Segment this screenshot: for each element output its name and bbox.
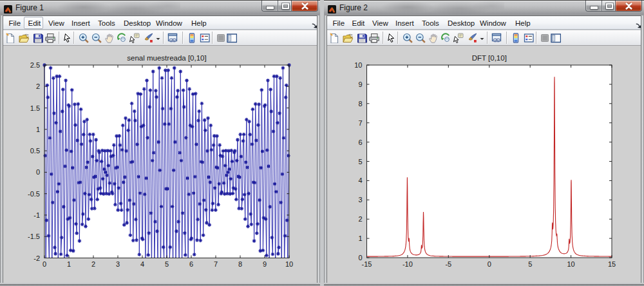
svg-text:1: 1 <box>358 234 362 242</box>
svg-text:9: 9 <box>263 260 267 268</box>
svg-text:5: 5 <box>358 158 362 166</box>
svg-text:5: 5 <box>165 260 169 268</box>
svg-text:2: 2 <box>358 215 362 223</box>
svg-text:5: 5 <box>528 260 532 268</box>
svg-text:-1: -1 <box>33 211 40 219</box>
svg-text:-1.5: -1.5 <box>28 233 40 240</box>
svg-text:7: 7 <box>358 119 362 127</box>
svg-text:6: 6 <box>189 260 193 268</box>
svg-text:-5: -5 <box>445 260 451 268</box>
svg-text:1: 1 <box>67 260 71 268</box>
svg-text:3: 3 <box>116 260 120 268</box>
svg-text:4: 4 <box>358 176 362 184</box>
svg-text:10: 10 <box>567 260 574 268</box>
svg-text:10: 10 <box>354 61 362 69</box>
svg-text:3: 3 <box>358 196 362 204</box>
svg-text:15: 15 <box>608 260 616 268</box>
svg-text:10: 10 <box>285 260 293 268</box>
svg-text:9: 9 <box>358 81 362 88</box>
svg-text:-2: -2 <box>33 254 40 262</box>
svg-text:0: 0 <box>36 168 40 176</box>
svg-text:0: 0 <box>43 260 46 268</box>
svg-text:2: 2 <box>36 82 40 90</box>
svg-text:0.5: 0.5 <box>30 147 40 155</box>
svg-text:2: 2 <box>91 260 95 268</box>
svg-text:6: 6 <box>358 138 362 146</box>
svg-text:7: 7 <box>214 260 218 268</box>
svg-text:-10: -10 <box>402 260 413 268</box>
svg-text:2.5: 2.5 <box>30 61 40 69</box>
svg-text:4: 4 <box>140 260 144 268</box>
svg-text:1.5: 1.5 <box>30 104 40 112</box>
svg-text:-0.5: -0.5 <box>28 190 40 198</box>
svg-text:-15: -15 <box>362 260 372 268</box>
svg-text:senal muestreada [0,10]: senal muestreada [0,10] <box>127 54 206 62</box>
svg-text:DFT [0,10]: DFT [0,10] <box>472 54 507 62</box>
svg-text:8: 8 <box>238 260 242 268</box>
svg-text:1: 1 <box>36 126 40 133</box>
svg-text:8: 8 <box>358 100 362 108</box>
svg-text:0: 0 <box>488 260 491 268</box>
